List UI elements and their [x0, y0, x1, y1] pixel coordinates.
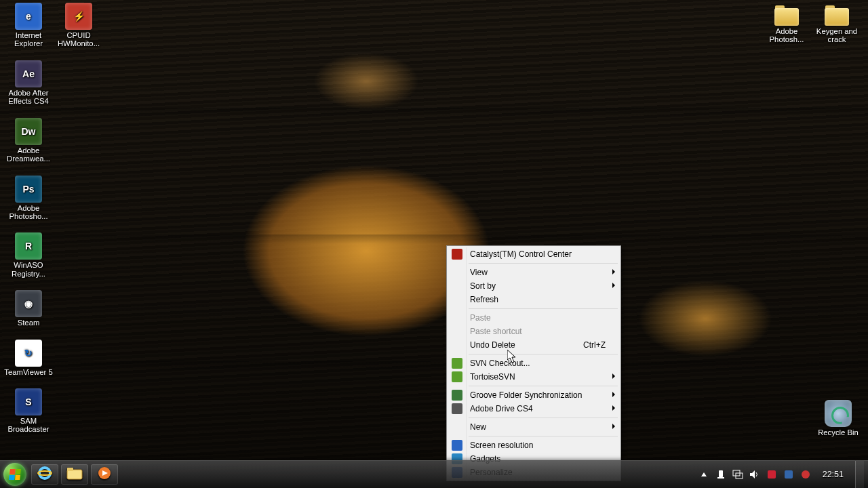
icon-label: Steam [4, 319, 53, 327]
icon-label: Adobe Dreamwea... [4, 146, 53, 163]
context-menu-label: Catalyst(TM) Control Center [470, 249, 572, 259]
desktop-icon-ae[interactable]: AeAdobe After Effects CS4 [4, 60, 53, 106]
desktop-icon-dw[interactable]: DwAdobe Dreamwea... [4, 118, 53, 163]
context-menu-item-undodelete[interactable]: Undo DeleteCtrl+Z [448, 338, 619, 352]
folder-icon [773, 3, 800, 26]
tray-app-icon-3[interactable] [800, 469, 811, 480]
submenu-arrow-icon [612, 373, 615, 379]
desktop-icon-ie[interactable]: eInternet Explorer [4, 3, 53, 48]
tray-action-center-icon[interactable] [715, 469, 726, 480]
ccc-icon [452, 249, 462, 260]
media-player-icon [97, 466, 112, 483]
svg-point-11 [802, 470, 810, 479]
context-menu-separator [469, 354, 618, 354]
svg-rect-9 [768, 470, 776, 479]
desktop-icon-steam[interactable]: ◉Steam [4, 290, 53, 327]
desktop-icon-adobeps-folder[interactable]: Adobe Photosh... [762, 3, 811, 44]
svg-point-0 [39, 468, 50, 479]
context-menu-item-new[interactable]: New [448, 420, 619, 434]
internet-explorer-icon [37, 466, 52, 483]
adobedrive-icon [452, 403, 462, 414]
ae-icon: Ae [15, 60, 42, 87]
svg-rect-6 [717, 477, 724, 479]
desktop-icon-ps[interactable]: PsAdobe Photosho... [4, 176, 53, 221]
context-menu-item-pasteshortcut: Paste shortcut [448, 325, 619, 338]
taskbar-pinned-explorer[interactable] [61, 464, 88, 485]
desktop-icon-teamviewer[interactable]: ↻TeamViewer 5 [4, 340, 53, 376]
desktop-icon-winaso[interactable]: RWinASO Registry... [4, 232, 53, 278]
svg-rect-2 [67, 470, 82, 479]
taskbar: 22:51 [0, 460, 868, 488]
context-menu-label: TortoiseSVN [470, 372, 515, 382]
desktop-context-menu[interactable]: Catalyst(TM) Control CenterViewSort byRe… [446, 245, 621, 481]
context-menu-separator [469, 418, 618, 418]
context-menu-item-adobedrive[interactable]: Adobe Drive CS4 [448, 402, 619, 415]
context-menu-item-view[interactable]: View [448, 266, 619, 279]
recycle-bin[interactable]: Recycle Bin [814, 400, 863, 436]
context-menu-label: View [470, 268, 488, 277]
sam-icon: S [15, 388, 42, 415]
tortoisesvn-icon [452, 371, 462, 382]
context-menu-item-ccc[interactable]: Catalyst(TM) Control Center [448, 247, 619, 261]
tray-network-icon[interactable] [732, 469, 743, 480]
desktop-icon-cpuid[interactable]: ⚡CPUID HWMonito... [54, 3, 103, 48]
taskbar-pinned-wmp[interactable] [91, 464, 118, 485]
show-desktop-button[interactable] [855, 461, 864, 488]
system-tray: 22:51 [698, 461, 868, 488]
desktop-icons-left: eInternet Explorer⚡CPUID HWMonito...AeAd… [4, 3, 54, 446]
context-menu-separator [469, 263, 618, 264]
context-menu-label: Paste shortcut [470, 327, 522, 336]
submenu-arrow-icon [612, 405, 615, 411]
context-menu-label: Undo Delete [470, 340, 515, 350]
svg-rect-3 [67, 468, 73, 471]
context-menu-item-screenres[interactable]: Screen resolution [448, 439, 619, 452]
desktop-icon-sam[interactable]: SSAM Broadcaster [4, 388, 53, 434]
screenres-icon [452, 440, 462, 451]
tray-volume-icon[interactable] [749, 469, 760, 480]
tray-app-icon-2[interactable] [783, 469, 794, 480]
steam-icon: ◉ [15, 290, 42, 317]
teamviewer-icon: ↻ [15, 340, 42, 367]
dw-icon: Dw [15, 118, 42, 145]
tray-show-hidden-icon[interactable] [698, 469, 709, 480]
file-explorer-icon [66, 466, 83, 483]
context-menu-item-paste: Paste [448, 311, 619, 325]
start-button[interactable] [1, 461, 28, 488]
context-menu-label: Sort by [470, 281, 496, 291]
icon-label: WinASO Registry... [4, 261, 53, 278]
taskbar-pinned-ie[interactable] [31, 464, 58, 485]
desktop-icons-right: Adobe Photosh...Keygen and crack [814, 3, 864, 56]
icon-label: CPUID HWMonito... [54, 31, 103, 48]
context-menu-item-refresh[interactable]: Refresh [448, 293, 619, 306]
icon-label: Keygen and crack [812, 27, 861, 44]
recycle-bin-icon [825, 400, 852, 427]
cpuid-icon: ⚡ [65, 3, 92, 30]
icon-label: Internet Explorer [4, 31, 53, 48]
context-menu-item-svncheckout[interactable]: SVN Checkout... [448, 357, 619, 370]
context-menu-label: Adobe Drive CS4 [470, 404, 533, 413]
windows-logo-icon [9, 469, 21, 480]
recycle-bin-label: Recycle Bin [814, 428, 863, 436]
desktop-wallpaper[interactable] [0, 0, 868, 488]
icon-label: TeamViewer 5 [4, 368, 53, 376]
context-menu-shortcut: Ctrl+Z [583, 338, 606, 352]
submenu-arrow-icon [612, 424, 615, 429]
context-menu-label: Screen resolution [470, 441, 533, 450]
svg-rect-10 [785, 470, 793, 479]
svg-rect-5 [719, 470, 723, 477]
icon-label: SAM Broadcaster [4, 417, 53, 434]
submenu-arrow-icon [612, 269, 615, 274]
context-menu-label: Paste [470, 313, 491, 323]
context-menu-separator [469, 436, 618, 436]
tray-app-icon-1[interactable] [766, 469, 777, 480]
desktop-icon-keygen-folder[interactable]: Keygen and crack [812, 3, 861, 44]
taskbar-clock[interactable]: 22:51 [817, 470, 849, 479]
context-menu-item-tortoisesvn[interactable]: TortoiseSVN [448, 370, 619, 384]
submenu-arrow-icon [612, 392, 615, 397]
svncheckout-icon [452, 358, 462, 369]
context-menu-label: SVN Checkout... [470, 359, 530, 368]
context-menu-item-sortby[interactable]: Sort by [448, 279, 619, 293]
groove-icon [452, 390, 462, 401]
context-menu-item-groove[interactable]: Groove Folder Synchronization [448, 388, 619, 402]
ie-icon: e [15, 3, 42, 30]
